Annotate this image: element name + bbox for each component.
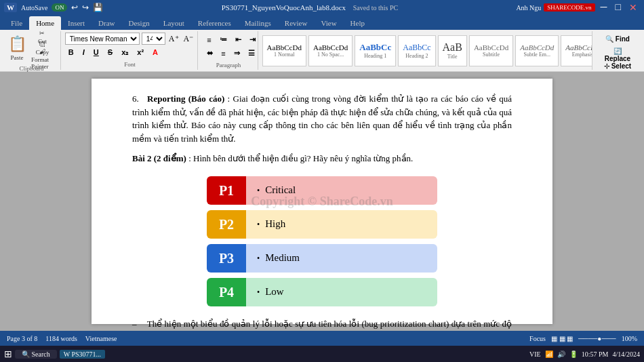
focus-button[interactable]: Focus bbox=[529, 335, 546, 342]
indent-increase-button[interactable]: ⇥ bbox=[246, 34, 259, 46]
underline-button[interactable]: U bbox=[90, 46, 102, 58]
editing-content: 🔍 Find 🔄 Replace ⊹ Select bbox=[598, 33, 637, 72]
sharecode-logo: SHARECODE.vn bbox=[544, 3, 595, 12]
redo-icon[interactable]: ↪ bbox=[82, 3, 89, 13]
paragraph-label: Paragraph bbox=[203, 60, 253, 68]
tab-review[interactable]: Review bbox=[278, 16, 315, 30]
paste-label: Paste bbox=[11, 54, 24, 61]
clipboard-label: Clipboard bbox=[7, 64, 56, 72]
align-center-button[interactable]: ≡ bbox=[218, 47, 228, 60]
word-count: 1184 words bbox=[45, 335, 77, 342]
quick-save-icon[interactable]: 💾 bbox=[93, 3, 103, 13]
tab-layout[interactable]: Layout bbox=[157, 16, 191, 30]
p1-label: P1 bbox=[207, 176, 246, 205]
p1-level: Critical bbox=[265, 182, 296, 198]
wifi-icon: 📶 bbox=[545, 350, 553, 358]
tab-file[interactable]: File bbox=[4, 16, 29, 30]
replace-button[interactable]: 🔄 Replace bbox=[598, 46, 637, 58]
document-title: PS30771_NguyenVoQuocAnh_lab8.docx Saved … bbox=[103, 3, 516, 12]
document-page: 6. Reporting (Báo cáo) : Giai đoạn cuối … bbox=[92, 79, 552, 324]
p3-bullet: • bbox=[257, 252, 260, 264]
tab-mailings[interactable]: Mailings bbox=[238, 16, 278, 30]
style-normal[interactable]: AaBbCcDd 1 Normal bbox=[262, 35, 306, 66]
word-logo: W bbox=[4, 3, 17, 12]
style-title[interactable]: AaB Title bbox=[438, 35, 467, 66]
strikethrough-button[interactable]: S bbox=[104, 46, 116, 58]
bai2-text: : Hình bên dưới thể hiện điều gì? Hãy nê… bbox=[188, 153, 413, 163]
paste-button[interactable]: 📋 Paste bbox=[7, 33, 27, 64]
style-subtitle-preview: AaBbCcDd bbox=[474, 43, 508, 52]
close-button[interactable]: ✕ bbox=[626, 2, 640, 14]
priority-row-p1: P1 • Critical bbox=[207, 176, 437, 205]
maximize-button[interactable]: □ bbox=[613, 2, 624, 13]
style-heading1-label: Heading 1 bbox=[359, 53, 391, 59]
priority-row-p4: P4 • Low bbox=[207, 278, 437, 306]
style-subtle-em[interactable]: AaBbCcDd Subtle Em... bbox=[515, 35, 559, 66]
reporting-title: Reporting (Báo cáo) bbox=[147, 94, 224, 104]
style-normal-label: 1 Normal bbox=[267, 52, 302, 58]
tab-draw[interactable]: Draw bbox=[92, 16, 121, 30]
font-group: Times New Roman 14 A⁺ A⁻ B I U S x₂ x² A… bbox=[62, 31, 198, 70]
style-heading2[interactable]: AaBbCc Heading 2 bbox=[398, 35, 435, 66]
style-title-preview: AaB bbox=[443, 41, 462, 54]
battery-icon: 🔋 bbox=[569, 350, 578, 358]
style-heading2-label: Heading 2 bbox=[403, 53, 430, 59]
tab-home[interactable]: Home bbox=[29, 16, 61, 30]
style-heading1[interactable]: AaBbCc Heading 1 bbox=[355, 35, 396, 66]
autosave-toggle[interactable]: ON bbox=[52, 3, 67, 12]
find-button[interactable]: 🔍 Find bbox=[598, 33, 637, 45]
undo-icon[interactable]: ↩ bbox=[71, 3, 78, 13]
title-bar-right: Anh Ngu SHARECODE.vn ─ □ ✕ bbox=[516, 2, 640, 14]
number-list-button[interactable]: ≔ bbox=[216, 34, 230, 46]
zoom-level: 100% bbox=[622, 335, 637, 342]
align-left-button[interactable]: ⬌ bbox=[203, 47, 216, 60]
style-subtle-em-label: Subtle Em... bbox=[520, 52, 554, 58]
indent-decrease-button[interactable]: ⇤ bbox=[232, 34, 245, 46]
select-button[interactable]: ⊹ Select bbox=[598, 60, 637, 72]
bold-button[interactable]: B bbox=[65, 46, 77, 58]
taskbar-word-app[interactable]: W PS30771... bbox=[60, 350, 105, 359]
font-shrink-button[interactable]: A⁻ bbox=[182, 34, 195, 44]
font-name-select[interactable]: Times New Roman bbox=[65, 33, 140, 45]
explanation-bullet: – bbox=[132, 319, 137, 329]
editing-group: 🔍 Find 🔄 Replace ⊹ Select Editing bbox=[594, 31, 641, 70]
font-size-select[interactable]: 14 bbox=[142, 33, 165, 45]
style-emphasis[interactable]: AaBbCcDd Emphasis bbox=[561, 35, 592, 66]
style-emphasis-preview: AaBbCcDd bbox=[565, 43, 592, 52]
style-subtitle[interactable]: AaBbCcDd Subtitle bbox=[469, 35, 513, 66]
bullet-list-button[interactable]: ≡ bbox=[203, 34, 214, 46]
italic-button[interactable]: I bbox=[79, 46, 88, 58]
tab-design[interactable]: Design bbox=[122, 16, 157, 30]
font-color-button[interactable]: A bbox=[149, 46, 161, 58]
zoom-slider[interactable]: ────●─── bbox=[578, 335, 616, 342]
font-grow-button[interactable]: A⁺ bbox=[167, 34, 180, 44]
reporting-paragraph: 6. Reporting (Báo cáo) : Giai đoạn cuối … bbox=[132, 92, 512, 145]
font-label: Font bbox=[65, 60, 195, 68]
explanation-paragraph: – Thể hiện một biểu đồ quản lý lỗi hoặc … bbox=[132, 317, 512, 331]
taskbar-language: VIE bbox=[529, 350, 541, 358]
priority-row-p3: P3 • Medium bbox=[207, 244, 437, 273]
format-painter-button[interactable]: 🖌 Format Painter bbox=[28, 54, 56, 64]
align-right-button[interactable]: ⇒ bbox=[230, 47, 243, 60]
style-no-spacing[interactable]: AaBbCcDd 1 No Spac... bbox=[308, 35, 353, 66]
tab-references[interactable]: References bbox=[191, 16, 238, 30]
tab-insert[interactable]: Insert bbox=[61, 16, 92, 30]
p3-level: Medium bbox=[265, 250, 300, 266]
taskbar-search[interactable]: 🔍 Search bbox=[15, 350, 57, 359]
subscript-button[interactable]: x₂ bbox=[118, 46, 132, 58]
explanation-text: Thể hiện một biểu đồ quản lý lỗi hoặc sự… bbox=[132, 319, 512, 331]
bai2-question: Bài 2 (2 điểm) bbox=[132, 153, 186, 163]
superscript-button[interactable]: x² bbox=[134, 46, 147, 58]
tab-help[interactable]: Help bbox=[344, 16, 371, 30]
language-status: Vietnamese bbox=[85, 335, 117, 342]
style-heading2-preview: AaBbCc bbox=[403, 43, 430, 53]
tab-view[interactable]: View bbox=[314, 16, 343, 30]
minimize-button[interactable]: ─ bbox=[598, 2, 610, 13]
taskbar-time: 10:57 PM bbox=[582, 350, 609, 358]
justify-button[interactable]: ☰ bbox=[245, 47, 258, 60]
ribbon-toolbar: 📋 Paste ✂ Cut ⿻ Copy 🖌 Format Painter Cl… bbox=[0, 30, 644, 72]
ribbon-tabs: File Home Insert Draw Design Layout Refe… bbox=[0, 15, 644, 30]
p2-level: High bbox=[265, 216, 285, 232]
style-emphasis-label: Emphasis bbox=[565, 52, 592, 58]
start-button[interactable]: ⊞ bbox=[4, 348, 12, 360]
